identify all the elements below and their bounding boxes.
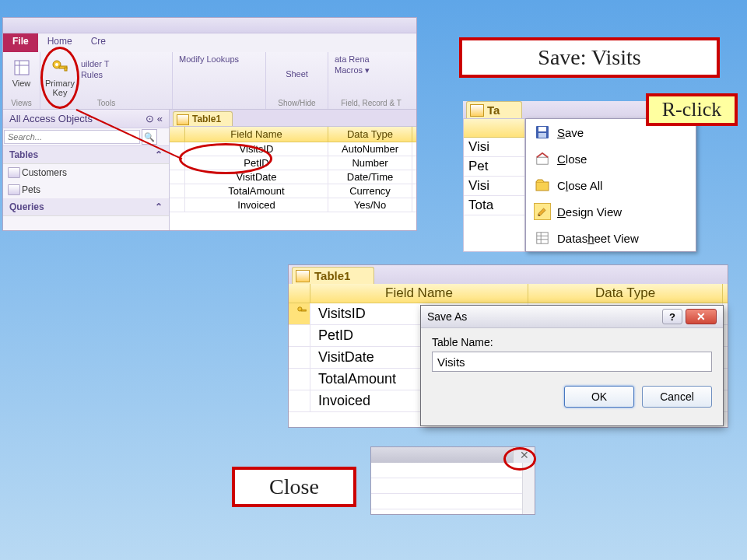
design-view-icon (534, 203, 551, 220)
table-name-input[interactable] (432, 352, 712, 372)
collapse-icon: ⌃ (155, 149, 163, 160)
menu-save-label: ave (565, 126, 584, 139)
menu-design-label: esign View (566, 205, 622, 219)
macros-button[interactable]: Macros ▾ (333, 65, 409, 76)
table-name-label: Table Name: (432, 336, 712, 348)
partial-cell: Visi (464, 138, 524, 157)
nav-category-tables[interactable]: Tables ⌃ (3, 146, 169, 164)
frt-group-label: Field, Record & T (333, 99, 409, 107)
views-group-label: Views (8, 99, 35, 107)
type-cell[interactable]: Number (328, 156, 412, 170)
annotation-rclick: R-click (646, 93, 738, 126)
menu-close-label: lose (566, 152, 587, 166)
dialog-titlebar: Save As ? ✕ (421, 306, 723, 328)
annotation-close: Close (232, 467, 356, 507)
column-fieldname: Field Name (185, 127, 328, 142)
rename-button[interactable]: ata Rena (333, 54, 409, 65)
svg-rect-10 (537, 157, 548, 164)
close-icon (534, 150, 551, 167)
tables-label: Tables (9, 149, 38, 160)
menu-close-all[interactable]: Close All (526, 172, 696, 198)
view-button[interactable]: View (8, 54, 35, 88)
navigation-pane: All Access Objects ⊙ « 🔍 Tables ⌃ Custom… (3, 110, 170, 230)
svg-rect-0 (15, 61, 29, 75)
type-cell[interactable]: Yes/No (328, 198, 412, 212)
sheet-button[interactable]: Sheet (271, 54, 323, 79)
dialog-close-button[interactable]: ✕ (686, 309, 717, 324)
menu-datasheet-view[interactable]: Datasheet View (526, 225, 696, 251)
type-cell[interactable]: Date/Time (328, 170, 412, 184)
column-datatype: Data Type (328, 127, 412, 142)
partial-cell: Pet (464, 157, 524, 177)
builder-button[interactable]: uilder T (79, 58, 110, 69)
context-tab[interactable]: Ta (466, 101, 522, 118)
svg-rect-9 (538, 133, 546, 138)
view-icon (11, 57, 33, 79)
collapse-icon: ⌃ (155, 201, 163, 212)
context-menu: Save Close Close All Design View (525, 118, 696, 252)
partial-cell: Tota (464, 196, 524, 215)
annotation-save-visits: Save: Visits (459, 37, 720, 78)
showhide-group-label: Show/Hide (271, 99, 323, 107)
highlight-circle-close (503, 447, 536, 471)
table-tab-2[interactable]: Table1 (292, 267, 374, 284)
type-cell[interactable]: Currency (328, 184, 412, 198)
save-as-dialog: Save As ? ✕ Table Name: OK Cancel (420, 305, 724, 426)
pk-indicator (289, 303, 310, 324)
field-cell[interactable]: Invoiced (185, 198, 328, 212)
tab-file[interactable]: File (3, 33, 38, 52)
tab-create[interactable]: Cre (82, 33, 115, 52)
rules-button[interactable]: Rules (79, 69, 110, 80)
dialog-help-button[interactable]: ? (662, 309, 682, 324)
ok-button[interactable]: OK (564, 386, 634, 408)
modify-lookups-button[interactable]: Modify Lookups (177, 54, 261, 65)
svg-rect-12 (538, 215, 539, 216)
svg-rect-11 (536, 182, 549, 191)
search-input[interactable] (4, 130, 140, 144)
nav-collapse-icon[interactable]: ⊙ « (146, 113, 163, 124)
nav-category-queries[interactable]: Queries ⌃ (3, 198, 169, 216)
scrollbar[interactable] (522, 463, 535, 514)
showhide-label (177, 99, 261, 107)
svg-rect-18 (301, 310, 306, 311)
save-icon (534, 124, 551, 141)
highlight-circle-fieldname (179, 143, 272, 174)
table-tab[interactable]: Table1 (173, 111, 233, 126)
title-bar (3, 18, 416, 33)
column-datatype-2: Data Type (528, 284, 723, 303)
view-label: View (12, 79, 31, 88)
menu-close[interactable]: Close (526, 145, 696, 172)
highlight-circle-pk (40, 47, 79, 109)
column-fieldname-2: Field Name (310, 284, 528, 303)
nav-header[interactable]: All Access Objects ⊙ « (3, 110, 169, 128)
queries-label: Queries (9, 201, 44, 212)
svg-rect-8 (538, 127, 546, 131)
dialog-title: Save As (427, 310, 467, 323)
context-menu-window: Ta Visi Pet Visi Tota Save Close (463, 101, 735, 272)
menu-design-view[interactable]: Design View (526, 198, 696, 225)
menu-closeall-label: ose All (568, 179, 602, 192)
nav-item-pets[interactable]: Pets (3, 181, 169, 198)
nav-header-label: All Access Objects (9, 113, 93, 124)
svg-rect-13 (537, 233, 548, 243)
cancel-button[interactable]: Cancel (642, 386, 712, 408)
nav-item-customers[interactable]: Customers (3, 164, 169, 181)
field-cell[interactable]: TotalAmount (185, 184, 328, 198)
folder-icon (534, 177, 551, 194)
datasheet-icon (534, 229, 551, 247)
menu-datasheet-label: eet View (594, 232, 639, 245)
partial-cell: Visi (464, 177, 524, 196)
type-cell[interactable]: AutoNumber (328, 142, 412, 156)
